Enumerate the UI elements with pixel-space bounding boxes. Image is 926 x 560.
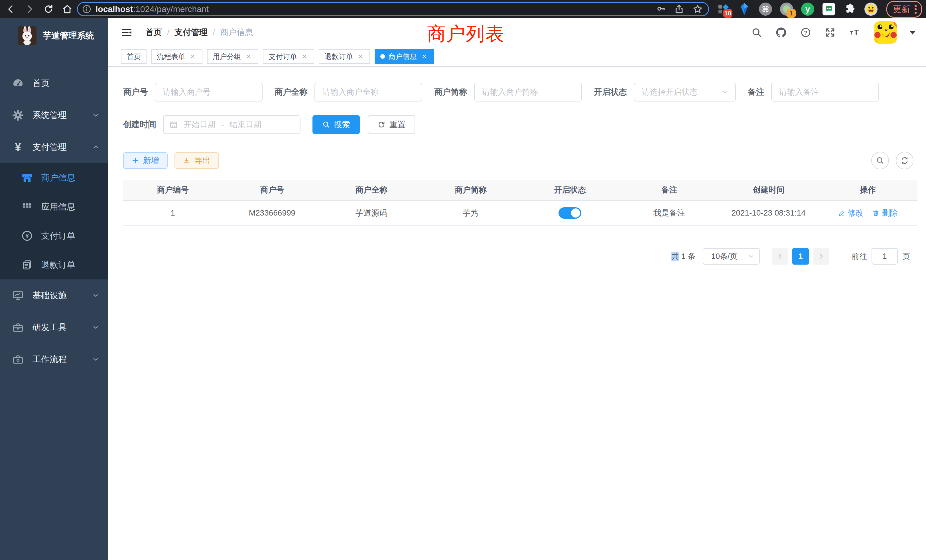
cell-short-name: 芋艿 [421, 201, 520, 225]
sidebar-item-dev-tools[interactable]: 研发工具 [0, 311, 108, 343]
close-icon[interactable]: × [301, 53, 309, 61]
status-select[interactable]: 请选择开启状态 [634, 83, 736, 101]
site-info-icon[interactable] [82, 4, 92, 14]
tag-process-form[interactable]: 流程表单× [151, 49, 203, 64]
extension-badge: 10 [723, 9, 732, 18]
address-bar[interactable]: localhost:1024/pay/merchant [77, 2, 709, 16]
bookmark-star-icon[interactable] [692, 4, 703, 15]
short-name-input[interactable] [474, 83, 582, 101]
goto-page-input[interactable] [872, 248, 898, 265]
home-icon [62, 4, 73, 15]
status-toggle[interactable] [558, 207, 581, 219]
column-header: 商户简称 [421, 180, 520, 200]
sidebar-item-refund-orders[interactable]: 退款订单 [0, 250, 108, 279]
extension-profile-icon[interactable]: 1 [779, 2, 794, 17]
close-icon[interactable]: × [420, 53, 428, 61]
browser-toolbar: localhost:1024/pay/merchant 10 ⌘ 1 [0, 0, 926, 18]
sidebar-logo-row[interactable]: 芋道管理系统 [0, 18, 108, 53]
create-time-range-picker[interactable]: 开始日期 - 结束日期 [163, 115, 301, 134]
svg-text:?: ? [804, 30, 807, 36]
tag-home[interactable]: 首页 [121, 49, 147, 64]
sidebar-item-merchant-info[interactable]: 商户信息 [0, 163, 108, 192]
refresh-table-button[interactable] [896, 152, 914, 170]
user-avatar[interactable] [874, 21, 897, 44]
sidebar-collapse-button[interactable] [121, 27, 132, 38]
extension-chat-icon[interactable] [822, 2, 836, 17]
sidebar-item-home[interactable]: 首页 [0, 67, 108, 99]
toggle-search-button[interactable] [871, 152, 889, 170]
sidebar-item-app-info[interactable]: 应用信息 [0, 192, 108, 221]
breadcrumb-payment[interactable]: 支付管理 [174, 27, 207, 38]
merchant-no-input[interactable] [155, 83, 263, 101]
full-name-input[interactable] [315, 83, 422, 101]
extension-tab-manager-icon[interactable]: 10 [716, 2, 731, 17]
app-logo-rabbit [18, 26, 36, 45]
tag-merchant-info[interactable]: 商户信息× [375, 49, 434, 64]
sidebar-item-payment[interactable]: ¥ 支付管理 [0, 131, 108, 163]
puzzle-icon [844, 3, 856, 15]
search-button[interactable]: 搜索 [312, 115, 360, 134]
sidebar-item-infrastructure[interactable]: 基础设施 [0, 279, 108, 311]
browser-forward-button[interactable] [24, 3, 35, 15]
sidebar-item-workflow[interactable]: 工作流程 [0, 343, 108, 375]
document-icon [21, 259, 34, 271]
chevron-down-icon [92, 323, 100, 331]
tag-refund-orders[interactable]: 退款订单× [319, 49, 370, 64]
filter-label-short-name: 商户简称 [434, 86, 467, 98]
close-icon[interactable]: × [356, 53, 365, 61]
help-doc-button[interactable]: ? [798, 24, 814, 41]
add-button[interactable]: 新增 [123, 152, 168, 169]
font-size-button[interactable]: тT [847, 24, 863, 41]
page-size-select[interactable]: 10条/页 [703, 248, 760, 265]
edit-link[interactable]: 修改 [838, 207, 864, 218]
browser-update-button[interactable]: 更新 [887, 1, 922, 18]
extension-y-icon[interactable]: y [800, 2, 815, 17]
github-link-button[interactable] [773, 24, 789, 41]
extension-gem-icon[interactable] [737, 2, 752, 17]
search-icon [876, 156, 884, 165]
url-host: localhost [95, 4, 133, 14]
breadcrumb-home[interactable]: 首页 [145, 27, 162, 38]
blue-gem-icon [739, 3, 750, 16]
search-button-label: 搜索 [334, 119, 350, 130]
chevron-down-icon [722, 88, 729, 96]
sidebar-item-label: 系统管理 [32, 109, 92, 121]
reset-button[interactable]: 重置 [368, 115, 415, 134]
browser-extensions-button[interactable] [843, 2, 857, 17]
browser-reload-button[interactable] [43, 3, 54, 15]
tag-pay-orders[interactable]: 支付订单× [263, 49, 314, 64]
avatar-dropdown-caret[interactable] [909, 31, 916, 35]
close-icon[interactable]: × [245, 53, 253, 61]
sidebar-item-system[interactable]: 系统管理 [0, 99, 108, 131]
browser-back-button[interactable] [5, 3, 17, 15]
page-number-button[interactable]: 1 [792, 248, 809, 265]
column-header: 创建时间 [719, 180, 818, 200]
remark-input[interactable] [771, 83, 879, 101]
tag-user-group[interactable]: 用户分组× [207, 49, 258, 64]
browser-menu-icon[interactable] [915, 5, 917, 14]
next-page-button[interactable] [813, 248, 829, 265]
pagination: 共 1 条 10条/页 1 前往 [123, 248, 917, 265]
column-header: 商户全称 [322, 180, 421, 200]
sidebar-item-pay-orders[interactable]: ¥ 支付订单 [0, 221, 108, 250]
active-tag-dot [380, 54, 385, 59]
fullscreen-button[interactable] [822, 24, 838, 41]
tag-label: 支付订单 [269, 52, 297, 61]
tags-view-bar: 首页 流程表单× 用户分组× 支付订单× 退款订单× 商户信息× [108, 47, 926, 67]
password-key-icon[interactable] [656, 4, 666, 14]
browser-home-button[interactable] [62, 3, 73, 15]
close-icon[interactable]: × [189, 53, 197, 61]
export-button[interactable]: 导出 [174, 152, 219, 169]
delete-link[interactable]: 删除 [872, 207, 898, 218]
forward-icon [24, 4, 35, 15]
browser-profile-avatar[interactable] [864, 2, 878, 17]
header-search-button[interactable] [749, 24, 765, 41]
extensions-row: 10 ⌘ 1 y [709, 1, 922, 18]
share-icon[interactable] [674, 4, 684, 14]
sidebar-item-label: 支付管理 [32, 141, 92, 153]
prev-page-button[interactable] [772, 248, 788, 265]
filter-label-create-time: 创建时间 [123, 119, 156, 130]
extension-shortcuts-icon[interactable]: ⌘ [758, 2, 773, 17]
chevron-up-icon [92, 143, 100, 151]
cell-remark: 我是备注 [619, 201, 719, 225]
